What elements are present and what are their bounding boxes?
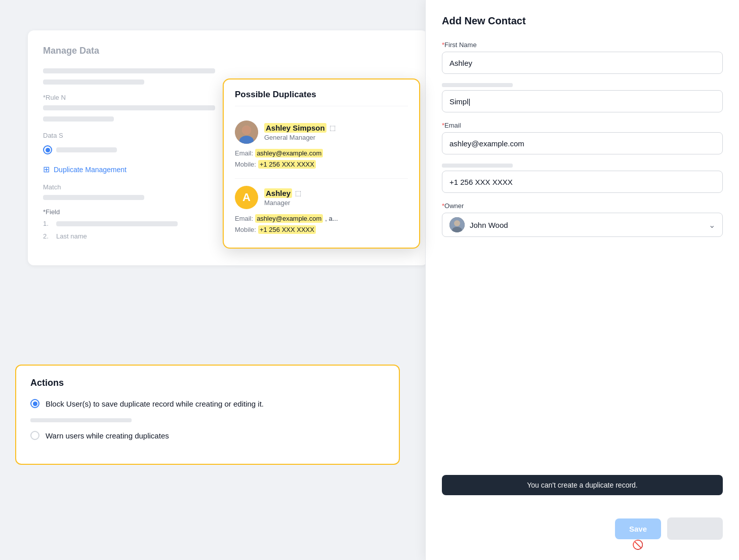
dup-email-2: Email: ashley@example.com , a...: [235, 214, 408, 223]
cancel-button-blurred[interactable]: [667, 517, 723, 540]
duplicate-entry-ashley: A Ashley ⬚ Manager Email: ashley@example…: [235, 179, 408, 234]
first-name-group: *First Name: [442, 41, 723, 74]
owner-info: John Wood: [449, 217, 508, 232]
mobile-input[interactable]: [442, 171, 723, 193]
no-entry-cursor: 🚫: [632, 539, 643, 550]
last-name-label-blurred: [442, 83, 513, 87]
dup-email-value-2: ashley@example.com: [255, 214, 323, 223]
mobile-label-blurred: [442, 164, 513, 168]
blurred-row-2: [43, 79, 144, 85]
duplicate-mgmt-icon: ⊞: [43, 165, 50, 174]
modal-title: Possible Duplicates: [235, 90, 408, 106]
action-block-text: Block User(s) to save duplicate record w…: [46, 398, 264, 410]
owner-select[interactable]: John Wood ⌄: [442, 213, 723, 237]
email-group: *Email: [442, 122, 723, 154]
dup-name-ashley: Ashley: [264, 188, 292, 198]
action-block-option[interactable]: Block User(s) to save duplicate record w…: [30, 398, 385, 410]
last-name-field: Last name: [56, 232, 87, 240]
external-link-icon-1[interactable]: ⬚: [330, 124, 336, 132]
owner-group: *Owner John Wood ⌄: [442, 202, 723, 237]
external-link-icon-2[interactable]: ⬚: [295, 189, 301, 197]
name-block-2: Ashley ⬚ Manager: [264, 188, 301, 207]
first-name-label: *First Name: [442, 41, 723, 49]
avatar-ashley: A: [235, 186, 258, 209]
match-blurred: [43, 195, 144, 200]
dup-mobile-value-2: +1 256 XXX XXXX: [258, 225, 316, 234]
last-name-group: [442, 83, 723, 112]
dup-email-value-1: ashley@example.com: [255, 149, 323, 157]
dup-mobile-value-1: +1 256 XXX XXXX: [258, 160, 316, 169]
dup-header-1: Ashley Simpson ⬚ General Manager: [235, 121, 408, 144]
blurred-row-1: [43, 68, 215, 73]
name-block-1: Ashley Simpson ⬚ General Manager: [264, 123, 336, 141]
dup-role-1: General Manager: [264, 134, 336, 141]
right-panel: Add New Contact *First Name *Email *Owne…: [425, 0, 739, 560]
svg-point-3: [242, 126, 251, 135]
dup-mobile-2: Mobile: +1 256 XXX XXXX: [235, 225, 408, 234]
dup-mobile-1: Mobile: +1 256 XXX XXXX: [235, 160, 408, 169]
enable-label-blurred: [56, 147, 117, 152]
tooltip-text: You can't create a duplicate record.: [527, 481, 638, 489]
radio-block[interactable]: [30, 399, 39, 408]
email-input[interactable]: [442, 132, 723, 154]
manage-data-title: Manage Data: [43, 46, 413, 56]
owner-label: *Owner: [442, 202, 723, 210]
action-warn-text: Warn users while creating duplicates: [46, 430, 169, 442]
email-label: *Email: [442, 122, 723, 129]
radio-enable[interactable]: [43, 145, 52, 154]
save-button-wrapper: Save 🚫: [615, 518, 661, 539]
save-button[interactable]: Save: [615, 518, 661, 539]
dup-role-2: Manager: [264, 199, 301, 207]
bottom-buttons: Save 🚫: [615, 517, 723, 540]
avatar-ashley-simpson: [235, 121, 258, 144]
blurred-row-3: [43, 116, 114, 122]
chevron-down-icon: ⌄: [709, 220, 715, 230]
actions-card: Actions Block User(s) to save duplicate …: [15, 365, 400, 465]
duplicates-modal: Possible Duplicates Ashley Simpson ⬚ Gen…: [223, 78, 420, 249]
dup-email-1: Email: ashley@example.com: [235, 149, 408, 157]
last-name-input[interactable]: [442, 90, 723, 112]
dup-name-ashley-simpson: Ashley Simpson: [264, 123, 326, 133]
duplicate-entry-ashley-simpson: Ashley Simpson ⬚ General Manager Email: …: [235, 113, 408, 179]
mobile-group: [442, 164, 723, 193]
dup-header-2: A Ashley ⬚ Manager: [235, 186, 408, 209]
action-blurred-row: [30, 418, 132, 422]
owner-avatar: [449, 217, 465, 232]
svg-point-5: [454, 220, 460, 226]
tooltip-bar: You can't create a duplicate record.: [442, 475, 723, 495]
action-warn-option[interactable]: Warn users while creating duplicates: [30, 430, 385, 442]
owner-name: John Wood: [470, 221, 508, 229]
radio-warn[interactable]: [30, 431, 39, 440]
rule-input-blurred: [43, 105, 215, 110]
panel-title: Add New Contact: [442, 15, 723, 27]
first-name-input[interactable]: [442, 52, 723, 74]
actions-title: Actions: [30, 378, 385, 388]
